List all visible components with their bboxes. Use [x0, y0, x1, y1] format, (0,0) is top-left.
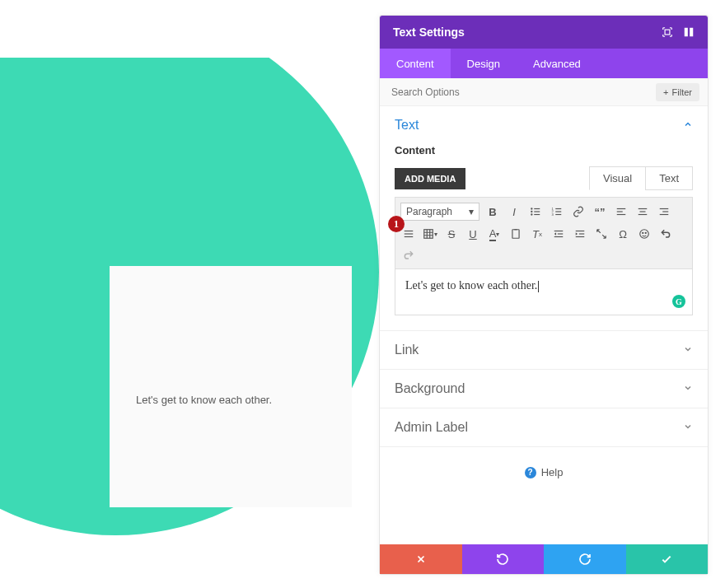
strikethrough-icon[interactable]: S: [442, 224, 461, 244]
fullscreen-icon[interactable]: [662, 26, 673, 38]
grammarly-icon[interactable]: G: [672, 295, 685, 308]
chevron-down-icon: [683, 381, 693, 396]
undo-button[interactable]: [462, 544, 545, 574]
svg-rect-34: [576, 236, 585, 237]
panel-body: Text Content ADD MEDIA Visual Text: [380, 106, 708, 544]
indent-icon[interactable]: [570, 224, 590, 244]
expand-icon[interactable]: [592, 224, 611, 244]
panel-footer: [380, 544, 708, 574]
section-header-background[interactable]: Background: [380, 370, 708, 408]
svg-rect-31: [554, 236, 564, 237]
align-right-icon[interactable]: [654, 202, 674, 222]
svg-rect-2: [690, 28, 693, 37]
svg-rect-17: [617, 214, 626, 215]
section-content-text: Content ADD MEDIA Visual Text Paragraph …: [380, 144, 708, 330]
svg-rect-30: [558, 233, 563, 234]
svg-rect-4: [534, 208, 540, 209]
svg-rect-19: [640, 211, 646, 212]
save-button[interactable]: [626, 544, 709, 574]
help-row: ? Help: [380, 447, 708, 503]
svg-point-37: [645, 232, 646, 233]
tab-content[interactable]: Content: [380, 49, 451, 78]
quote-icon[interactable]: “”: [590, 202, 610, 222]
text-cursor: [538, 281, 539, 292]
special-char-icon[interactable]: Ω: [613, 224, 633, 244]
svg-rect-1: [685, 28, 688, 37]
editor-textarea[interactable]: Let's get to know each other. G: [395, 269, 693, 315]
align-left-icon[interactable]: [611, 202, 631, 222]
outdent-icon[interactable]: [549, 224, 568, 244]
svg-rect-29: [554, 231, 564, 231]
svg-rect-6: [534, 211, 540, 212]
plus-icon: +: [663, 87, 668, 97]
svg-point-3: [531, 208, 532, 209]
section-title-link: Link: [395, 343, 683, 357]
close-button[interactable]: [380, 544, 462, 574]
section-header-link[interactable]: Link: [380, 331, 708, 369]
svg-rect-10: [555, 208, 561, 209]
svg-rect-28: [512, 230, 519, 239]
chevron-down-icon: ▾: [469, 206, 474, 217]
help-link[interactable]: ? Help: [525, 466, 564, 478]
section-text: Text Content ADD MEDIA Visual Text: [380, 106, 708, 331]
text-color-icon[interactable]: A▾: [484, 224, 504, 244]
undo-icon[interactable]: [656, 224, 676, 244]
link-icon[interactable]: [568, 202, 588, 222]
svg-rect-8: [534, 214, 540, 215]
section-title-text: Text: [395, 118, 683, 133]
chevron-down-icon: [683, 420, 693, 435]
section-title-background: Background: [395, 381, 683, 396]
panel-header: Text Settings: [380, 16, 708, 49]
svg-rect-25: [405, 233, 414, 234]
annotation-1: 1: [388, 216, 405, 232]
section-header-text[interactable]: Text: [380, 106, 708, 144]
bullet-list-icon[interactable]: [526, 202, 545, 222]
section-background: Background: [380, 370, 708, 408]
paste-text-icon[interactable]: [506, 224, 526, 244]
svg-rect-32: [576, 231, 585, 231]
svg-rect-0: [665, 30, 670, 35]
panel-title: Text Settings: [393, 26, 662, 39]
clear-formatting-icon[interactable]: Tx: [527, 224, 547, 244]
align-center-icon[interactable]: [633, 202, 652, 222]
text-module-preview[interactable]: Let's get to know each other.: [110, 266, 352, 507]
svg-rect-24: [405, 231, 414, 231]
bold-icon[interactable]: B: [483, 202, 503, 222]
section-link: Link: [380, 331, 708, 370]
svg-point-7: [531, 213, 532, 215]
numbered-list-icon[interactable]: 123: [547, 202, 567, 222]
svg-rect-33: [579, 233, 584, 234]
svg-text:1: 1: [552, 207, 554, 211]
editor-tab-visual[interactable]: Visual: [589, 166, 645, 190]
chevron-down-icon: [683, 343, 693, 357]
redo-icon[interactable]: [399, 245, 419, 265]
add-media-button[interactable]: ADD MEDIA: [395, 168, 465, 189]
svg-text:2: 2: [552, 209, 554, 213]
tab-advanced[interactable]: Advanced: [517, 49, 597, 78]
emoji-icon[interactable]: [634, 224, 654, 244]
section-header-admin-label[interactable]: Admin Label: [380, 408, 708, 446]
svg-point-5: [531, 211, 532, 212]
svg-rect-23: [660, 214, 669, 215]
svg-rect-14: [555, 214, 561, 215]
italic-icon[interactable]: I: [504, 202, 524, 222]
filter-button[interactable]: + Filter: [656, 83, 699, 101]
tab-design[interactable]: Design: [451, 49, 517, 78]
redo-button[interactable]: [544, 544, 626, 574]
paragraph-dropdown[interactable]: Paragraph ▾: [400, 203, 479, 221]
settings-panel: Text Settings Content Design Advanced + …: [379, 15, 709, 575]
editor-tab-text[interactable]: Text: [645, 166, 693, 190]
svg-rect-26: [405, 236, 414, 237]
svg-rect-22: [662, 211, 668, 212]
underline-icon[interactable]: U: [463, 224, 483, 244]
help-icon: ?: [525, 467, 536, 478]
search-input[interactable]: [391, 86, 656, 98]
section-admin-label: Admin Label: [380, 408, 708, 447]
tabs: Content Design Advanced: [380, 49, 708, 78]
svg-point-35: [640, 230, 649, 239]
table-icon[interactable]: ▾: [420, 224, 440, 244]
svg-rect-27: [424, 230, 433, 239]
section-title-admin-label: Admin Label: [395, 420, 683, 435]
layout-icon[interactable]: [683, 26, 695, 38]
wysiwyg-toolbar: Paragraph ▾ B I 123 “” ▾ S: [395, 197, 693, 269]
